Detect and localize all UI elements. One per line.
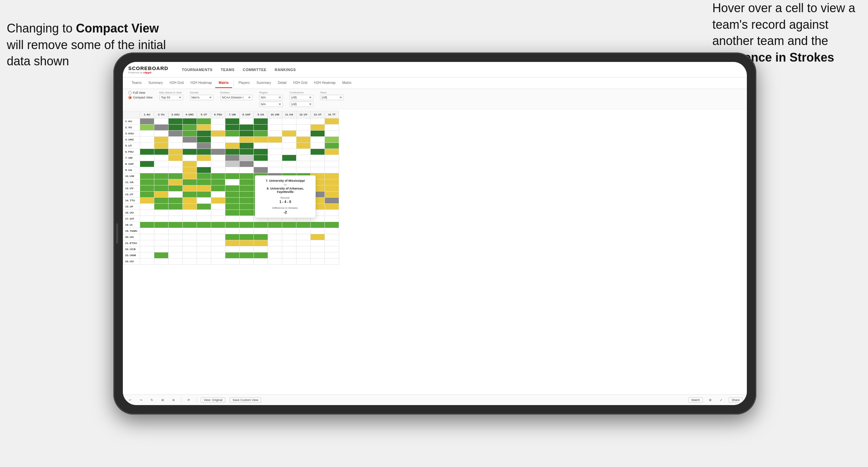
matrix-cell[interactable]: [225, 210, 240, 216]
matrix-cell[interactable]: [240, 228, 254, 234]
matrix-cell[interactable]: [140, 222, 154, 228]
matrix-cell[interactable]: [240, 252, 254, 259]
matrix-cell[interactable]: [268, 167, 282, 173]
matrix-cell[interactable]: [325, 137, 339, 143]
matrix-cell[interactable]: [254, 252, 268, 259]
matrix-cell[interactable]: [240, 161, 254, 167]
matrix-cell[interactable]: [240, 192, 254, 198]
matrix-cell[interactable]: [211, 173, 225, 179]
nav-committee[interactable]: COMMITTEE: [243, 66, 267, 73]
matrix-cell[interactable]: [240, 167, 254, 173]
matrix-cell[interactable]: [211, 192, 225, 198]
matrix-cell[interactable]: [225, 246, 240, 252]
matrix-cell[interactable]: [240, 173, 254, 179]
matrix-cell[interactable]: [311, 246, 325, 252]
division-select[interactable]: NCAA Division I: [220, 95, 252, 100]
matrix-cell[interactable]: [268, 259, 282, 265]
matrix-cell[interactable]: [254, 155, 268, 161]
compact-view-option[interactable]: Compact View: [128, 96, 153, 99]
matrix-cell[interactable]: [240, 125, 254, 131]
compact-view-radio[interactable]: [128, 96, 132, 99]
matrix-cell[interactable]: [154, 210, 169, 216]
nav-teams[interactable]: TEAMS: [221, 66, 235, 73]
matrix-cell[interactable]: [140, 192, 154, 198]
matrix-cell[interactable]: [254, 228, 268, 234]
matrix-cell[interactable]: [296, 234, 311, 240]
share-btn[interactable]: Share: [729, 397, 743, 403]
matrix-cell[interactable]: [225, 204, 240, 210]
matrix-cell[interactable]: [140, 179, 154, 185]
matrix-cell[interactable]: [140, 167, 154, 173]
matrix-cell[interactable]: [268, 131, 282, 137]
matrix-cell[interactable]: [140, 259, 154, 265]
matrix-cell[interactable]: [225, 125, 240, 131]
matrix-cell[interactable]: [268, 155, 282, 161]
matrix-cell[interactable]: [240, 222, 254, 228]
nav-rankings[interactable]: RANKINGS: [275, 66, 296, 73]
matrix-cell[interactable]: [311, 125, 325, 131]
matrix-cell[interactable]: [254, 234, 268, 240]
matrix-cell[interactable]: [183, 198, 197, 204]
matrix-cell[interactable]: [325, 155, 339, 161]
matrix-cell[interactable]: [140, 216, 154, 222]
matrix-cell[interactable]: [183, 222, 197, 228]
matrix-cell[interactable]: [254, 125, 268, 131]
matrix-cell[interactable]: [140, 137, 154, 143]
matrix-cell[interactable]: [169, 143, 183, 149]
matrix-cell[interactable]: [268, 246, 282, 252]
matrix-cell[interactable]: [211, 228, 225, 234]
matrix-cell[interactable]: [296, 240, 311, 246]
matrix-cell[interactable]: [154, 198, 169, 204]
zoom-in-btn[interactable]: ⊕: [170, 397, 177, 403]
matrix-cell[interactable]: [154, 167, 169, 173]
matrix-cell[interactable]: [268, 143, 282, 149]
matrix-cell[interactable]: [211, 131, 225, 137]
share-icon-btn[interactable]: ⊞: [707, 397, 714, 403]
matrix-cell[interactable]: [282, 161, 296, 167]
matrix-cell[interactable]: [183, 252, 197, 259]
matrix-cell[interactable]: [197, 161, 211, 167]
matrix-cell[interactable]: [169, 167, 183, 173]
matrix-cell[interactable]: [254, 137, 268, 143]
matrix-cell[interactable]: [282, 234, 296, 240]
matrix-cell[interactable]: [240, 155, 254, 161]
matrix-cell[interactable]: [311, 143, 325, 149]
matrix-cell[interactable]: [211, 240, 225, 246]
matrix-cell[interactable]: [183, 173, 197, 179]
matrix-cell[interactable]: [197, 149, 211, 155]
matrix-cell[interactable]: [225, 155, 240, 161]
team-select[interactable]: (All): [320, 95, 344, 100]
undo-btn[interactable]: ↩: [127, 397, 134, 403]
matrix-cell[interactable]: [325, 185, 339, 192]
matrix-cell[interactable]: [325, 216, 339, 222]
matrix-cell[interactable]: [240, 118, 254, 125]
matrix-cell[interactable]: [225, 161, 240, 167]
matrix-cell[interactable]: [183, 259, 197, 265]
matrix-cell[interactable]: [282, 118, 296, 125]
matrix-cell[interactable]: [240, 210, 254, 216]
matrix-cell[interactable]: [268, 252, 282, 259]
matrix-cell[interactable]: [211, 198, 225, 204]
matrix-cell[interactable]: [211, 222, 225, 228]
matrix-cell[interactable]: [169, 246, 183, 252]
subnav-matrix2[interactable]: Matrix: [339, 78, 355, 88]
full-view-radio[interactable]: [128, 91, 132, 94]
matrix-cell[interactable]: [197, 179, 211, 185]
matrix-cell[interactable]: [211, 118, 225, 125]
matrix-cell[interactable]: [325, 149, 339, 155]
matrix-cell[interactable]: [311, 155, 325, 161]
matrix-cell[interactable]: [282, 143, 296, 149]
matrix-cell[interactable]: [240, 246, 254, 252]
matrix-cell[interactable]: [183, 216, 197, 222]
matrix-cell[interactable]: [197, 228, 211, 234]
matrix-cell[interactable]: [240, 137, 254, 143]
matrix-cell[interactable]: [296, 118, 311, 125]
matrix-cell[interactable]: [154, 204, 169, 210]
matrix-cell[interactable]: [154, 131, 169, 137]
matrix-cell[interactable]: [140, 125, 154, 131]
matrix-cell[interactable]: [211, 161, 225, 167]
matrix-cell[interactable]: [311, 167, 325, 173]
matrix-cell[interactable]: [183, 210, 197, 216]
matrix-cell[interactable]: [254, 143, 268, 149]
matrix-cell[interactable]: [225, 143, 240, 149]
